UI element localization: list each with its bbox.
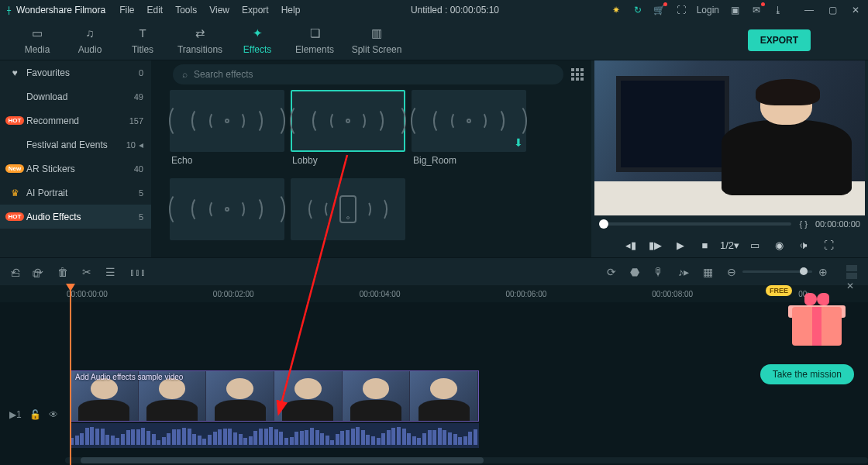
- tab-audio[interactable]: ♫Audio: [64, 26, 116, 55]
- tab-split-screen[interactable]: ▥Split Screen: [346, 26, 408, 55]
- stop-button[interactable]: ■: [698, 239, 712, 251]
- sidebar-item-ai-portrait[interactable]: ♛AI Portrait5: [0, 181, 151, 205]
- link-icon[interactable]: ⧉: [33, 268, 40, 281]
- minimize-button[interactable]: —: [803, 4, 815, 16]
- track-add-icon[interactable]: ▭: [11, 268, 20, 281]
- effect-card-4[interactable]: [170, 178, 284, 240]
- effect-card-big-room[interactable]: ⬇ Big_Room: [412, 90, 526, 169]
- sidebar-item-recommend[interactable]: HOTRecommend157: [0, 108, 151, 133]
- step-back-button[interactable]: ▮▶: [649, 239, 663, 251]
- tab-effects[interactable]: ✦Effects: [231, 26, 284, 55]
- tab-titles[interactable]: TTitles: [116, 26, 169, 55]
- video-clip[interactable]: Add Audio effects sample video: [70, 370, 479, 422]
- mission-close-button[interactable]: ✕: [846, 281, 854, 291]
- sidebar-item-count: 157: [129, 116, 143, 126]
- zoom-knob[interactable]: [800, 267, 808, 275]
- frame-icon[interactable]: ▦: [703, 266, 713, 278]
- volume-icon[interactable]: 🕩: [797, 239, 811, 251]
- cart-icon[interactable]: 🛒: [653, 4, 666, 16]
- heart-icon: ♥: [8, 67, 22, 78]
- sidebar-scrollbar[interactable]: [151, 60, 159, 257]
- zoom-out-button[interactable]: ⊖: [727, 266, 736, 278]
- timeline-h-scrollbar[interactable]: [65, 457, 868, 463]
- timeline-tracks[interactable]: ▶1 🔓 👁 Add Audio effects sample video: [0, 302, 868, 465]
- menu-export[interactable]: Export: [242, 5, 269, 16]
- export-button[interactable]: EXPORT: [748, 29, 811, 51]
- scrollbar-thumb[interactable]: [81, 457, 484, 463]
- sound-wave-icon: [411, 104, 527, 138]
- menu-edit[interactable]: Edit: [147, 5, 164, 16]
- menu-file[interactable]: File: [119, 5, 134, 16]
- sidebar-item-count: 5: [139, 188, 143, 198]
- doc-title: Untitled : 00:00:05:10: [300, 5, 609, 16]
- track-lock-icon[interactable]: 🔓: [29, 409, 41, 420]
- sidebar-item-ar-stickers[interactable]: NewAR Stickers40: [0, 157, 151, 181]
- tab-elements[interactable]: ❏Elements: [284, 26, 346, 55]
- tab-transitions[interactable]: ⇄Transitions: [169, 26, 231, 55]
- grid-view-toggle[interactable]: [571, 68, 584, 81]
- effect-card-lobby[interactable]: Lobby: [291, 90, 405, 169]
- take-mission-button[interactable]: Take the mission: [760, 364, 854, 384]
- playhead[interactable]: [70, 285, 71, 465]
- gift-icon[interactable]: ⛶: [675, 4, 687, 16]
- download-arrow-icon[interactable]: ⬇: [514, 136, 523, 149]
- mail-icon[interactable]: ✉: [750, 4, 763, 16]
- tab-label: Transitions: [169, 44, 231, 55]
- sidebar-item-count: 5: [139, 212, 143, 222]
- ruler-mark: 00:00:02:00: [213, 290, 254, 298]
- prev-frame-button[interactable]: ◂▮: [624, 239, 638, 251]
- display-icon[interactable]: ▭: [748, 239, 762, 251]
- mic-icon[interactable]: 🎙: [653, 266, 664, 278]
- scrub-knob[interactable]: [599, 219, 608, 229]
- sidebar-item-festival[interactable]: Festival and Events10◂: [0, 133, 151, 157]
- preview-scrubber: { } 00:00:00:00: [591, 215, 868, 232]
- audio-clip[interactable]: [70, 423, 479, 448]
- lightbulb-icon[interactable]: ✷: [610, 4, 622, 16]
- effect-card-phone[interactable]: [291, 178, 405, 240]
- tab-label: Effects: [231, 44, 284, 55]
- track-eye-icon[interactable]: 👁: [49, 409, 58, 420]
- effects-panel: ⌕Search effects Echo: [159, 60, 591, 257]
- snapshot-icon[interactable]: ◉: [773, 239, 787, 251]
- zoom-in-button[interactable]: ⊕: [818, 266, 828, 278]
- marker-icon[interactable]: ⬣: [630, 266, 639, 278]
- app-name: Wondershare Filmora: [16, 5, 105, 16]
- sidebar-item-audio-effects[interactable]: HOTAudio Effects5: [0, 205, 151, 229]
- effect-label: Big_Room: [412, 152, 526, 169]
- search-input[interactable]: ⌕Search effects: [173, 64, 563, 84]
- sidebar-item-favourites[interactable]: ♥Favourites0: [0, 60, 151, 84]
- sliders-icon[interactable]: ☰: [105, 266, 115, 278]
- music-note-icon[interactable]: ♪▸: [678, 266, 689, 278]
- timeline-zoom-bars[interactable]: [846, 265, 857, 279]
- text-icon: T: [116, 26, 169, 41]
- menu-view[interactable]: View: [209, 5, 229, 16]
- effect-card-echo[interactable]: Echo: [170, 90, 284, 169]
- close-button[interactable]: ✕: [849, 4, 862, 16]
- download-icon[interactable]: ⭳: [772, 4, 784, 16]
- effect-label: Lobby: [291, 152, 405, 169]
- search-placeholder: Search effects: [194, 69, 253, 80]
- render-icon[interactable]: ⟳: [607, 266, 616, 278]
- tab-media[interactable]: ▭Media: [11, 26, 64, 55]
- timeline-ruler[interactable]: ▭ ⧉ 00:00:00:00 00:00:02:00 00:00:04:00 …: [0, 285, 868, 302]
- zoom-slider[interactable]: [742, 270, 812, 273]
- preview-video[interactable]: [594, 60, 865, 215]
- gift-promo[interactable]: FREE: [786, 288, 848, 346]
- play-button[interactable]: ▶: [673, 239, 687, 251]
- audio-wave-icon[interactable]: ⫾⫾⫾: [129, 266, 146, 278]
- cut-button[interactable]: ✂: [82, 266, 91, 278]
- fullscreen-icon[interactable]: ⛶: [822, 239, 836, 251]
- refresh-icon[interactable]: ↻: [632, 4, 644, 16]
- login-button[interactable]: Login: [697, 5, 719, 16]
- maximize-button[interactable]: ▢: [826, 4, 839, 16]
- menu-tools[interactable]: Tools: [175, 5, 197, 16]
- scrub-track[interactable]: [599, 222, 791, 226]
- effect-thumb: [291, 178, 405, 240]
- menu-help[interactable]: Help: [281, 5, 301, 16]
- sidebar-item-download[interactable]: Download49: [0, 84, 151, 108]
- sidebar-item-label: AI Portrait: [26, 188, 67, 198]
- save-icon[interactable]: ▣: [728, 4, 741, 16]
- delete-button[interactable]: 🗑: [57, 266, 68, 278]
- speed-select[interactable]: 1/2 ▾: [723, 239, 737, 251]
- track-video-icon[interactable]: ▶1: [9, 409, 22, 420]
